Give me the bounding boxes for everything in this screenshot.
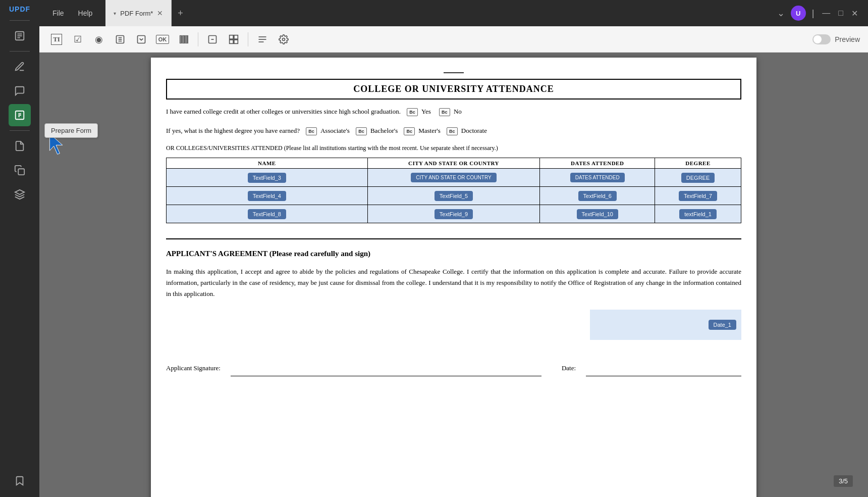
list-toolbar-btn[interactable] (111, 30, 129, 48)
svg-rect-17 (183, 35, 184, 43)
name-field-1-cell: TextField_3 (167, 169, 368, 187)
sidebar-icon-layers[interactable] (9, 183, 31, 206)
city-field-3-cell: TextField_9 (367, 205, 540, 223)
app-logo: UPDF (9, 5, 30, 13)
credit-yes-label: Yes (421, 108, 431, 115)
sidebar-icon-pages[interactable] (9, 135, 31, 157)
dropdown-toolbar-btn[interactable] (132, 30, 150, 48)
textfield-10-btn[interactable]: TextField_10 (577, 209, 618, 219)
pdf-form-tab[interactable]: ▾ PDF Form* ✕ (105, 0, 172, 26)
prepare-form-tooltip: Prepare Form (44, 123, 98, 138)
page-indicator: 3/5 (834, 475, 853, 487)
barcode-toolbar-btn[interactable] (175, 30, 193, 48)
signature-label: Applicant Signature: (166, 363, 221, 373)
textfield-8-btn[interactable]: TextField_8 (248, 209, 286, 219)
masters-label: Master's (418, 127, 441, 134)
degree-question-row: If yes, what is the highest degree you h… (166, 123, 741, 139)
textfield-5-btn[interactable]: TextField_5 (435, 191, 473, 201)
separator-icon: | (812, 8, 815, 19)
maximize-button[interactable]: □ (836, 7, 845, 20)
col-city-header: CITY AND STATE OR COUNTRY (367, 158, 540, 169)
align-toolbar-btn[interactable] (253, 30, 272, 48)
svg-rect-8 (18, 169, 24, 175)
text-field-toolbar-btn[interactable]: TI (47, 30, 66, 48)
city-field-1-cell: CITY AND STATE OR COUNTRY (367, 169, 540, 187)
dates-field-3-cell: TextField_10 (540, 205, 655, 223)
tab-add-button[interactable]: + (172, 8, 189, 19)
preview-toggle: Preview (812, 34, 860, 44)
date-input-line[interactable] (586, 366, 741, 376)
credit-no-group: Bc No (439, 107, 462, 117)
chevron-down-icon[interactable]: ⌄ (777, 8, 785, 19)
svg-rect-16 (182, 35, 182, 43)
preview-label: Preview (835, 35, 860, 43)
tab-close-icon[interactable]: ✕ (157, 9, 163, 17)
readonly-toolbar-btn[interactable] (203, 30, 222, 48)
textfield-9-btn[interactable]: TextField_9 (435, 209, 473, 219)
agreement-title: APPLICANT'S AGREEMENT (Please read caref… (166, 250, 741, 258)
sidebar-icon-prepare-form[interactable] (9, 104, 31, 126)
sidebar-icon-comment[interactable] (9, 80, 31, 102)
group-toolbar-btn[interactable] (225, 30, 243, 48)
tab-label: PDF Form* (120, 10, 153, 17)
toolbar: TI ☑ ◉ OK Preview (39, 26, 868, 53)
credit-yes-checkbox[interactable]: Bc (407, 108, 418, 116)
textfield-6-btn[interactable]: TextField_6 (578, 191, 617, 201)
dates-field-1-cell: DATES ATTENDED (540, 169, 655, 187)
associates-checkbox[interactable]: Bc (306, 127, 317, 135)
credit-no-checkbox[interactable]: Bc (439, 108, 450, 116)
sidebar-icon-bookmark[interactable] (9, 470, 31, 492)
doctorate-checkbox[interactable]: Bc (447, 127, 458, 135)
signature-line[interactable] (231, 366, 541, 376)
menu-file[interactable]: File (47, 6, 69, 20)
menu-bar: File Help (39, 6, 105, 20)
table-row: TextField_8 TextField_9 TextField_10 tex… (167, 205, 741, 223)
sidebar-icon-copy[interactable] (9, 159, 31, 181)
svg-rect-26 (234, 39, 238, 43)
textfield-7-btn[interactable]: TextField_7 (679, 191, 717, 201)
settings-toolbar-btn[interactable] (275, 30, 293, 48)
svg-point-30 (283, 38, 285, 40)
credit-yes-group: Bc Yes (407, 107, 431, 117)
minimize-button[interactable]: — (820, 7, 832, 20)
checkbox-toolbar-btn[interactable]: ☑ (69, 30, 87, 48)
table-row: TextField_4 TextField_5 TextField_6 Text… (167, 187, 741, 205)
textfield-11-btn[interactable]: textField_1 (679, 209, 717, 219)
textfield-4-btn[interactable]: TextField_4 (248, 191, 286, 201)
svg-rect-15 (180, 35, 181, 43)
colleges-table: NAME CITY AND STATE OR COUNTRY DATES ATT… (166, 158, 741, 223)
degree-btn[interactable]: DEGREE (681, 173, 715, 183)
close-button[interactable]: ✕ (849, 7, 860, 20)
masters-checkbox[interactable]: Bc (404, 127, 415, 135)
sidebar-divider-1 (10, 20, 30, 21)
city-field-2-cell: TextField_5 (367, 187, 540, 205)
degree-field-3-cell: textField_1 (655, 205, 741, 223)
section-divider (166, 68, 741, 77)
textfield-3-btn[interactable]: TextField_3 (248, 173, 286, 183)
bach-group: Bc Bachelor's (356, 126, 398, 136)
dates-attended-btn[interactable]: DATES ATTENDED (570, 173, 625, 182)
city-state-field-btn[interactable]: CITY AND STATE OR COUNTRY (411, 173, 496, 182)
preview-switch[interactable] (812, 34, 831, 44)
toolbar-divider-2 (248, 32, 248, 46)
sidebar-icon-annotate[interactable] (9, 56, 31, 78)
date-1-btn[interactable]: Date_1 (709, 320, 736, 330)
bachelors-checkbox[interactable]: Bc (356, 127, 367, 135)
user-avatar[interactable]: U (791, 6, 806, 21)
name-field-2-cell: TextField_4 (167, 187, 368, 205)
degree-field-2-cell: TextField_7 (655, 187, 741, 205)
tab-dropdown-icon[interactable]: ▾ (114, 11, 116, 16)
signature-row: Applicant Signature: Date: (166, 360, 741, 376)
date-field-container: Date_1 (166, 310, 741, 340)
radio-toolbar-btn[interactable]: ◉ (90, 30, 108, 48)
col-name-header: NAME (167, 158, 368, 169)
ok-toolbar-btn[interactable]: OK (153, 30, 172, 48)
toolbar-right: Preview (812, 34, 860, 44)
svg-rect-24 (234, 35, 238, 39)
agreement-section: APPLICANT'S AGREEMENT (Please read caref… (166, 238, 741, 300)
sidebar-icon-reader[interactable] (9, 25, 31, 47)
menu-help[interactable]: Help (73, 6, 98, 20)
date-label: Date: (562, 363, 576, 373)
toolbar-divider-1 (198, 32, 198, 46)
doctorate-label: Doctorate (461, 127, 487, 134)
